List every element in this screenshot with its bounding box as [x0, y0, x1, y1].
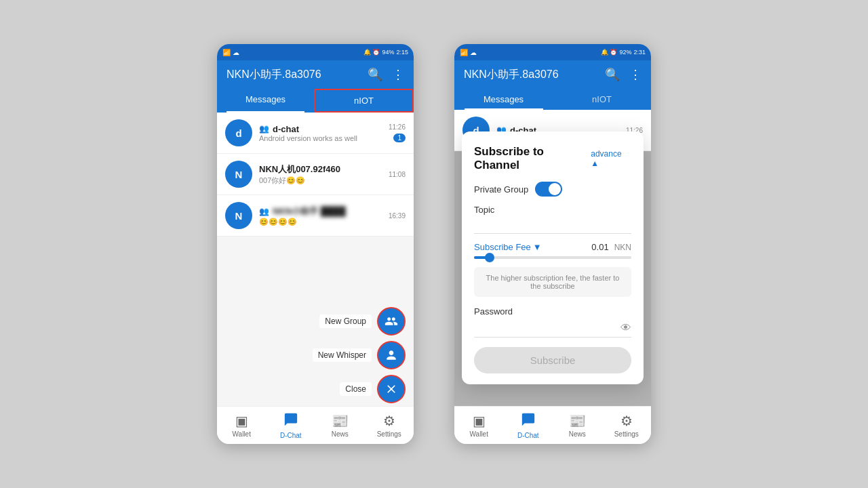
chat-info-nknassist: 👥 NKN小助手 ████ 😊😊😊😊 [259, 205, 382, 226]
status-bar-right: 📶 ☁ 🔔 ⏰ 92% 2:31 [454, 44, 651, 60]
chat-meta-nkn007: 11:08 [389, 171, 406, 178]
dchat-icon-r [521, 412, 536, 430]
phone-left: 📶 ☁ 🔔 ⏰ 94% 2:15 NKN小助手.8a3076 🔍 ⋮ Messa… [217, 44, 414, 444]
fee-dropdown-icon: ▼ [533, 242, 542, 252]
chat-meta-dchat: 11:26 1 [389, 123, 406, 142]
group-icon-nknassist: 👥 [259, 207, 269, 216]
dchat-icon [283, 412, 298, 430]
nav-news-r[interactable]: 📰 News [553, 407, 602, 444]
chat-item-nknassist[interactable]: N 👥 NKN小助手 ████ 😊😊😊😊 16:39 [217, 195, 414, 237]
dimmed-bg: d 👥 d-chat 11:26 Subscribe to Channel ad… [454, 110, 651, 406]
tab-messages-left[interactable]: Messages [217, 89, 314, 113]
wallet-icon-r: ▣ [473, 413, 486, 429]
password-section: Password 👁 [474, 306, 631, 338]
status-right-icons: 🔔 ⏰ 94% 2:15 [363, 49, 408, 56]
fee-row: Subscribe Fee ▼ 0.01 NKN [474, 242, 631, 252]
password-label: Password [474, 306, 631, 317]
nav-news[interactable]: 📰 News [315, 407, 365, 444]
chat-preview-nknassist: 😊😊😊😊 [259, 218, 382, 226]
wallet-icon: ▣ [235, 413, 248, 429]
tab-niot-left[interactable]: nIOT [314, 89, 414, 113]
avatar-dchat: d [225, 119, 252, 146]
tab-messages-right[interactable]: Messages [454, 89, 553, 110]
modal-title: Subscribe to Channel [474, 145, 591, 172]
phone-right: 📶 ☁ 🔔 ⏰ 92% 2:31 NKN小助手.8a3076 🔍 ⋮ Messa… [454, 44, 651, 444]
eye-icon[interactable]: 👁 [620, 322, 631, 334]
fee-unit: NKN [614, 243, 631, 252]
app-header-left: NKN小助手.8a3076 🔍 ⋮ [217, 60, 414, 89]
private-group-label: Private Group [474, 184, 528, 195]
fab-new-group-button[interactable] [377, 307, 406, 336]
settings-icon: ⚙ [383, 413, 395, 429]
private-group-row: Private Group [474, 182, 631, 197]
private-group-toggle[interactable] [535, 182, 562, 197]
chat-preview-nkn007: 007你好😊😊 [259, 176, 382, 186]
chat-preview-dchat: Android version works as well [259, 134, 382, 142]
fab-new-whisper-row: New Whisper [313, 341, 406, 369]
header-icons-left: 🔍 ⋮ [368, 67, 404, 82]
search-icon-right[interactable]: 🔍 [605, 67, 620, 82]
header-icons-right: 🔍 ⋮ [605, 67, 642, 82]
password-row: 👁 [474, 319, 631, 338]
nav-dchat-r[interactable]: D-Chat [504, 407, 553, 444]
fab-close-row: Close [340, 375, 406, 403]
tabs-left: Messages nIOT [217, 89, 414, 113]
nav-wallet[interactable]: ▣ Wallet [217, 407, 267, 444]
more-icon-left[interactable]: ⋮ [392, 67, 404, 82]
news-icon: 📰 [332, 413, 349, 429]
topic-label: Topic [474, 205, 631, 215]
nav-settings[interactable]: ⚙ Settings [365, 407, 414, 444]
subscribe-button[interactable]: Subscribe [474, 347, 631, 373]
nav-dchat[interactable]: D-Chat [267, 407, 316, 444]
fab-new-group-row: New Group [319, 307, 406, 336]
nav-settings-r[interactable]: ⚙ Settings [602, 407, 652, 444]
status-bar-left: 📶 ☁ 🔔 ⏰ 94% 2:15 [217, 44, 414, 60]
fab-close-label: Close [340, 382, 372, 396]
chat-name-dchat: 👥 d-chat [259, 124, 382, 134]
password-input[interactable] [474, 323, 620, 333]
modal-card: Subscribe to Channel advance ▲ Private G… [462, 131, 644, 384]
nav-wallet-r[interactable]: ▣ Wallet [454, 407, 504, 444]
fee-slider-thumb [485, 253, 494, 262]
tabs-right: Messages nIOT [454, 89, 651, 110]
news-icon-r: 📰 [569, 413, 586, 429]
topic-input[interactable] [474, 218, 631, 234]
tab-niot-right[interactable]: nIOT [553, 89, 651, 110]
avatar-nknassist: N [225, 202, 252, 229]
chat-name-nkn007: NKN人机007.92f460 [259, 163, 382, 176]
app-title-right: NKN小助手.8a3076 [464, 68, 559, 82]
fab-new-whisper-button[interactable] [377, 341, 406, 369]
chat-item-dchat[interactable]: d 👥 d-chat Android version works as well… [217, 113, 414, 154]
bottom-nav-left: ▣ Wallet D-Chat 📰 News ⚙ Settings [217, 406, 414, 444]
chat-name-nknassist: 👥 NKN小助手 ████ [259, 205, 382, 218]
fee-label: Subscribe Fee ▼ [474, 242, 542, 252]
app-header-right: NKN小助手.8a3076 🔍 ⋮ [454, 60, 651, 89]
modal-sheet: Subscribe to Channel advance ▲ Private G… [454, 110, 651, 406]
chat-info-dchat: 👥 d-chat Android version works as well [259, 124, 382, 142]
bottom-nav-right: ▣ Wallet D-Chat 📰 News ⚙ Settings [454, 406, 651, 444]
chat-meta-nknassist: 16:39 [389, 212, 406, 220]
group-icon-dchat: 👥 [259, 124, 269, 134]
chat-item-nkn007[interactable]: N NKN人机007.92f460 007你好😊😊 11:08 [217, 154, 414, 195]
modal-header: Subscribe to Channel advance ▲ [474, 145, 631, 172]
fee-value: 0.01 [591, 242, 608, 252]
hint-box: The higher subscription fee, the faster … [474, 267, 631, 297]
status-left-icons: 📶 ☁ [222, 49, 239, 56]
advance-link[interactable]: advance ▲ [591, 149, 631, 168]
fee-slider-track[interactable] [474, 256, 631, 259]
fab-new-whisper-label: New Whisper [313, 348, 372, 362]
fab-close-button[interactable] [377, 375, 406, 403]
avatar-nkn007: N [225, 161, 252, 188]
settings-icon-r: ⚙ [620, 413, 633, 429]
fab-new-group-label: New Group [319, 314, 372, 328]
fab-area: New Group New Whisper Close [313, 307, 406, 403]
chat-info-nkn007: NKN人机007.92f460 007你好😊😊 [259, 163, 382, 186]
search-icon-left[interactable]: 🔍 [368, 67, 382, 82]
more-icon-right[interactable]: ⋮ [629, 67, 642, 82]
topic-section: Topic [474, 205, 631, 234]
app-title-left: NKN小助手.8a3076 [226, 68, 321, 82]
